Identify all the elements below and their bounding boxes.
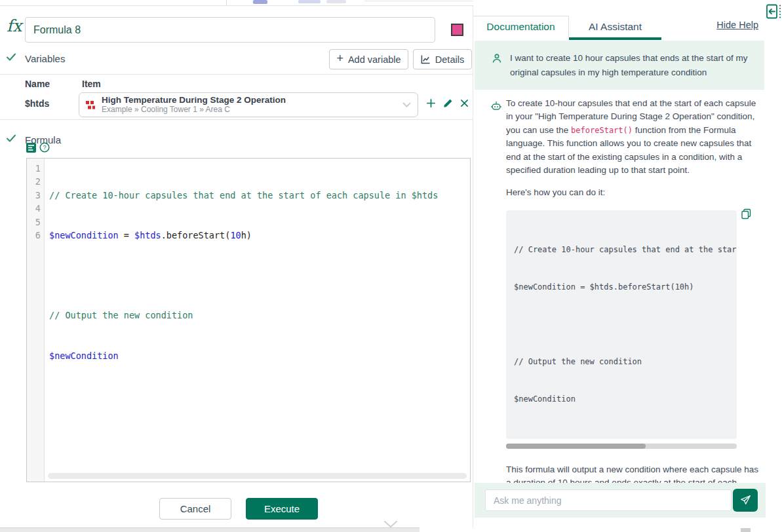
editor-horizontal-scrollbar[interactable] <box>48 473 467 479</box>
background-page-fragment <box>253 0 267 4</box>
send-plane-icon <box>740 495 751 506</box>
help-circle-icon[interactable]: ? <box>39 142 50 153</box>
item-path: Example » Cooling Tower 1 » Area C <box>102 105 399 115</box>
background-page-fragment <box>741 528 751 532</box>
details-button[interactable]: Details <box>413 49 472 69</box>
table-divider <box>0 119 473 120</box>
code-lines: // Create 10-hour capsules that end at t… <box>45 159 470 482</box>
tab-ai-assistant[interactable]: AI Assistant <box>569 16 661 40</box>
formula-name-input[interactable] <box>25 17 435 43</box>
details-label: Details <box>435 54 464 65</box>
remove-x-icon[interactable] <box>460 99 469 107</box>
ask-input[interactable] <box>485 489 732 511</box>
svg-text:?: ? <box>43 144 46 151</box>
code-block-scrollbar-track <box>506 444 737 449</box>
formula-code-editor[interactable]: 1 2 3 4 5 6 // Create 10-hour capsules t… <box>26 158 471 482</box>
tab-documentation[interactable]: Documentation <box>473 16 569 37</box>
code-block-scrollbar-thumb[interactable] <box>506 444 646 449</box>
assistant-code-block: // Create 10-hour capsules that end at t… <box>506 210 737 439</box>
formula-dialog: fx Variables + Add variable Details Name… <box>0 5 473 527</box>
item-title: High Temperature During Stage 2 Operatio… <box>102 95 399 105</box>
details-chart-icon <box>421 54 431 64</box>
background-page-fragment <box>298 0 321 3</box>
item-column-header: Item <box>82 79 101 89</box>
edit-pencil-icon[interactable] <box>443 98 453 108</box>
line-number-gutter: 1 2 3 4 5 6 <box>27 159 45 482</box>
variables-valid-check-icon <box>6 52 16 65</box>
add-variable-button[interactable]: + Add variable <box>329 49 408 69</box>
assistant-paragraph-2: Here's how you can do it: <box>506 186 763 199</box>
user-icon <box>492 53 502 79</box>
hide-help-link[interactable]: Hide Help <box>716 20 758 30</box>
send-button[interactable] <box>733 489 758 512</box>
background-page-fragment <box>226 0 227 5</box>
name-column-header: Name <box>25 79 50 89</box>
user-message-text: I want to create 10 hour capsules that e… <box>510 51 753 79</box>
add-variable-label: Add variable <box>348 54 401 65</box>
bot-icon <box>490 100 502 115</box>
assistant-paragraph-1: To create 10-hour capsules that end at t… <box>506 97 763 177</box>
chevron-down-icon <box>402 99 411 111</box>
variables-section-label: Variables <box>25 53 65 64</box>
inline-code: beforeStart() <box>571 126 633 135</box>
copy-icon[interactable] <box>741 208 752 223</box>
background-page-fragment <box>326 0 346 3</box>
ask-input-bar <box>475 483 766 518</box>
plus-icon: + <box>336 52 343 66</box>
fx-icon: fx <box>7 16 22 35</box>
assistant-chat-message: To create 10-hour capsules that end at t… <box>490 97 768 516</box>
variable-name: $htds <box>25 98 49 109</box>
help-panel: Documentation AI Assistant Hide Help I w… <box>473 0 782 527</box>
table-divider <box>0 74 473 75</box>
execute-button[interactable]: Execute <box>246 498 318 520</box>
user-chat-message: I want to create 10 hour capsules that e… <box>475 41 764 90</box>
formula-valid-check-icon <box>6 133 16 146</box>
formula-list-icon[interactable] <box>26 143 36 153</box>
variable-item-select[interactable]: High Temperature During Stage 2 Operatio… <box>79 92 418 117</box>
cancel-button[interactable]: Cancel <box>159 498 231 520</box>
condition-icon <box>86 100 96 110</box>
background-page-fragment <box>0 527 420 532</box>
background-page-fragment <box>364 1 482 1</box>
color-swatch[interactable] <box>451 24 463 36</box>
add-item-icon[interactable] <box>426 98 436 108</box>
